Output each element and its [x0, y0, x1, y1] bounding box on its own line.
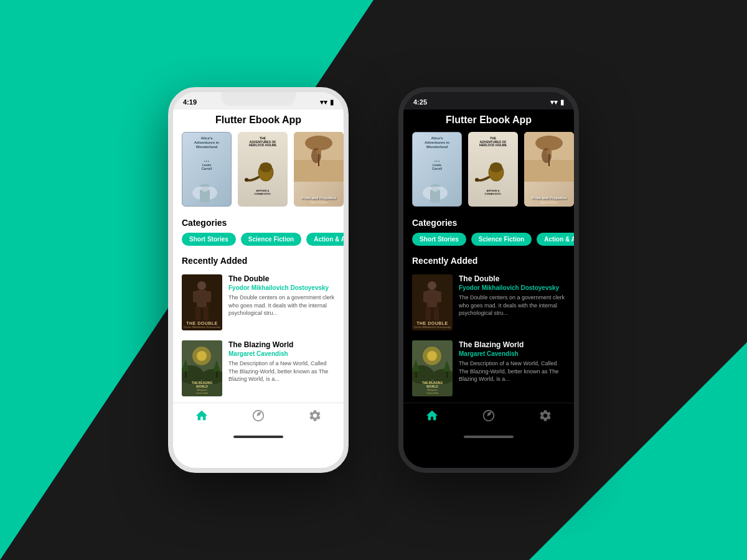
- svg-rect-45: [423, 291, 428, 302]
- battery-icon-light: ▮: [330, 98, 334, 106]
- double-info-dark: The Double Fyodor Mikhailovich Dostoyevs…: [459, 274, 565, 330]
- phone-dark: 4:25 ▾▾ ▮ Flutter Ebook App Alice'sAdven…: [398, 87, 579, 473]
- svg-point-35: [475, 178, 479, 182]
- double-title-dark: The Double: [459, 274, 565, 283]
- chip-scifi-dark[interactable]: Science Fiction: [471, 233, 532, 246]
- svg-point-5: [245, 178, 248, 182]
- time-dark: 4:25: [413, 98, 427, 106]
- nav-settings-dark[interactable]: [538, 408, 553, 423]
- blazing-title-dark: The Blazing World: [459, 340, 565, 349]
- svg-point-11: [316, 149, 321, 154]
- categories-header-light: Categories: [173, 215, 344, 233]
- book-item-double-dark[interactable]: THE DOUBLE Fyodor Mikhailovich Dostoyevs…: [403, 271, 574, 334]
- svg-point-23: [197, 351, 207, 361]
- double-info-light: The Double Fyodor Mikhailovich Dostoyevs…: [228, 274, 335, 330]
- home-indicator-dark: [403, 431, 574, 443]
- blazing-desc-dark: The Description of a New World, Called T…: [459, 360, 565, 383]
- nav-home-light[interactable]: [194, 408, 209, 423]
- recently-added-header-dark: Recently Added: [403, 253, 574, 271]
- categories-header-dark: Categories: [403, 215, 574, 233]
- double-inner-dark: THE DOUBLE Fyodor Mikhailovich Dostoyevs…: [412, 274, 453, 330]
- blazing-author-dark: Margaret Cavendish: [459, 350, 565, 357]
- wifi-icon-dark: ▾▾: [550, 98, 558, 106]
- book-sherlock-light[interactable]: THEADVENTURES OFHERLOCK HOLME ARTHUR &CO…: [238, 132, 288, 207]
- svg-rect-47: [426, 307, 431, 320]
- pride-cover-inner: Pride and Prejudice Jane Austen: [294, 132, 344, 207]
- phone-light: 4:19 ▾▾ ▮ Flutter Ebook App Alice'sAdven…: [168, 87, 349, 473]
- thumb-double-dark: THE DOUBLE Fyodor Mikhailovich Dostoyevs…: [412, 274, 453, 330]
- nav-home-dark[interactable]: [425, 408, 439, 423]
- thumb-double-light: THE DOUBLE Fyodor Mikhailovich Dostoyevs…: [182, 274, 222, 330]
- notch-dark: [451, 92, 526, 106]
- chip-scifi-light[interactable]: Science Fiction: [241, 233, 301, 246]
- double-desc-dark: The Double centers on a government clerk…: [459, 294, 565, 317]
- sherlock-cover-inner: THEADVENTURES OFHERLOCK HOLME ARTHUR &CO…: [238, 132, 288, 207]
- phones-container: 4:19 ▾▾ ▮ Flutter Ebook App Alice'sAdven…: [0, 0, 747, 560]
- bottom-nav-light: [173, 403, 344, 431]
- svg-rect-18: [195, 307, 200, 320]
- svg-rect-15: [197, 290, 207, 307]
- svg-rect-46: [436, 291, 441, 302]
- book-pride-light[interactable]: Pride and Prejudice Jane Austen: [294, 132, 344, 207]
- blazing-info-light: The Blazing World Margaret Cavendish The…: [228, 340, 335, 396]
- chip-action-light[interactable]: Action & Adventure: [306, 233, 344, 246]
- double-title-light: The Double: [228, 274, 335, 283]
- double-author-dark: Fyodor Mikhailovich Dostoyevsky: [459, 284, 565, 291]
- status-icons-light: ▾▾ ▮: [320, 98, 334, 106]
- svg-rect-16: [193, 291, 198, 302]
- book-item-double-light[interactable]: THE DOUBLE Fyodor Mikhailovich Dostoyevs…: [173, 271, 344, 334]
- screen-dark[interactable]: Flutter Ebook App Alice'sAdventures inWo…: [403, 110, 574, 468]
- status-icons-dark: ▾▾ ▮: [550, 98, 564, 106]
- book-sherlock-dark[interactable]: THEADVENTURES OFHERLOCK HOLME ARTHUR &CO…: [468, 132, 518, 207]
- pride-cover-inner-dark: Pride and Prejudice Jane Austen: [524, 132, 574, 207]
- blazing-inner-dark: THE BLAZINGWORLD MargaretCavendish: [412, 340, 453, 396]
- blazing-title-light: The Blazing World: [228, 340, 335, 349]
- chip-short-stories-light[interactable]: Short Stories: [182, 233, 236, 246]
- battery-icon-dark: ▮: [560, 98, 564, 106]
- home-indicator-light: [173, 431, 344, 443]
- svg-point-43: [428, 281, 436, 290]
- double-desc-light: The Double centers on a government clerk…: [228, 294, 335, 317]
- alice-cover-inner-dark: Alice'sAdventures inWonderland • • •Lewi…: [413, 133, 461, 206]
- svg-point-4: [260, 162, 272, 172]
- book-item-blazing-dark[interactable]: THE BLAZINGWORLD MargaretCavendish The B…: [403, 337, 574, 400]
- nav-settings-light[interactable]: [308, 408, 322, 423]
- book-alice-light[interactable]: Alice'sAdventures inWonderland • • •Lewi…: [182, 132, 232, 207]
- time-light: 4:19: [183, 98, 197, 106]
- svg-point-14: [197, 281, 206, 290]
- svg-rect-44: [427, 290, 437, 307]
- categories-row-light[interactable]: Short Stories Science Fiction Action & A…: [173, 233, 344, 253]
- book-alice-dark[interactable]: Alice'sAdventures inWonderland • • •Lewi…: [412, 132, 462, 207]
- svg-point-34: [490, 162, 502, 172]
- blazing-desc-light: The Description of a New World, Called T…: [228, 360, 335, 383]
- screen-light[interactable]: Flutter Ebook App Alice'sAdventures inWo…: [173, 110, 344, 468]
- double-author-light: Fyodor Mikhailovich Dostoyevsky: [228, 284, 335, 291]
- bottom-nav-dark: [403, 403, 574, 431]
- svg-rect-19: [204, 307, 209, 320]
- home-bar-dark: [464, 436, 514, 438]
- svg-rect-17: [206, 291, 211, 302]
- thumb-blazing-dark: THE BLAZINGWORLD MargaretCavendish: [412, 340, 453, 396]
- book-pride-dark[interactable]: Pride and Prejudice Jane Austen: [524, 132, 574, 207]
- home-bar-light: [233, 436, 283, 438]
- nav-compass-dark[interactable]: [481, 408, 496, 423]
- book-item-blazing-light[interactable]: THE BLAZINGWORLD MargaretCavendish The B…: [173, 337, 344, 400]
- chip-short-stories-dark[interactable]: Short Stories: [412, 233, 466, 246]
- chip-action-dark[interactable]: Action & Adventure: [537, 233, 574, 246]
- notch-light: [221, 92, 296, 106]
- sherlock-cover-inner-dark: THEADVENTURES OFHERLOCK HOLME ARTHUR &CO…: [468, 132, 518, 207]
- svg-point-38: [535, 136, 563, 151]
- thumb-blazing-light: THE BLAZINGWORLD MargaretCavendish: [182, 340, 222, 396]
- app-title-dark: Flutter Ebook App: [403, 110, 574, 132]
- app-title-light: Flutter Ebook App: [173, 110, 344, 132]
- blazing-author-light: Margaret Cavendish: [228, 350, 335, 357]
- svg-rect-48: [434, 307, 439, 320]
- books-carousel-dark[interactable]: Alice'sAdventures inWonderland • • •Lewi…: [403, 132, 574, 215]
- nav-compass-light[interactable]: [251, 408, 266, 423]
- blazing-inner-light: THE BLAZINGWORLD MargaretCavendish: [182, 340, 222, 396]
- books-carousel-light[interactable]: Alice'sAdventures inWonderland • • •Lewi…: [173, 132, 344, 215]
- alice-cover-inner: Alice'sAdventures inWonderland • • •Lewi…: [182, 133, 231, 206]
- categories-row-dark[interactable]: Short Stories Science Fiction Action & A…: [403, 233, 574, 253]
- blazing-info-dark: The Blazing World Margaret Cavendish The…: [459, 340, 565, 396]
- svg-point-8: [305, 136, 332, 151]
